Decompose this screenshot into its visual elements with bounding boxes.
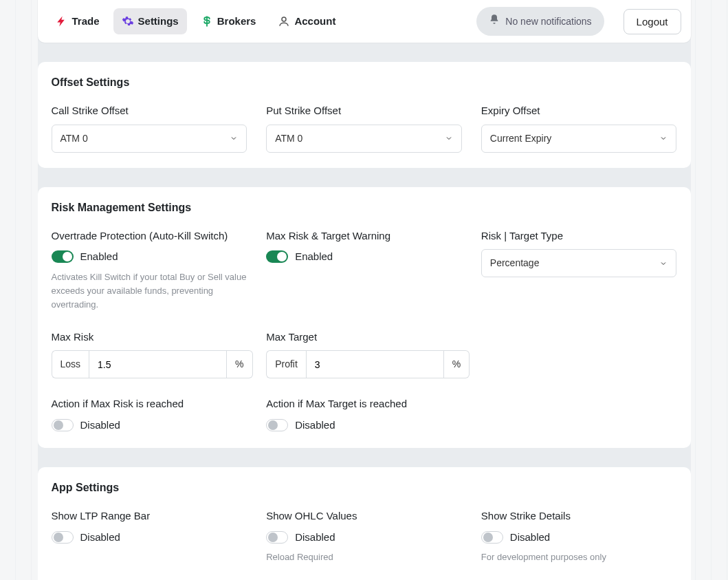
bell-icon	[489, 14, 500, 29]
call-strike-offset-field: Call Strike Offset ATM 0	[52, 103, 247, 153]
helper-text: Activates Kill Switch if your total Buy …	[52, 270, 247, 312]
app-settings-card: App Settings Show LTP Range Bar Disabled…	[38, 467, 691, 580]
card-title: App Settings	[52, 480, 677, 496]
strike-details-field: Show Strike Details Disabled For develop…	[481, 508, 677, 564]
action-risk-toggle[interactable]	[52, 419, 74, 431]
action-max-target-field: Action if Max Target is reached Disabled	[266, 396, 462, 433]
field-label: Risk | Target Type	[481, 228, 677, 244]
logout-button[interactable]: Logout	[624, 9, 681, 34]
toggle-state: Enabled	[295, 249, 333, 265]
max-target-input[interactable]	[306, 350, 444, 378]
navbar: Trade Settings Brokers Account No new	[38, 0, 691, 43]
max-risk-input[interactable]	[89, 350, 227, 378]
chevron-down-icon	[445, 134, 453, 142]
max-risk-field: Max Risk Loss %	[52, 330, 247, 379]
toggle-state: Disabled	[80, 418, 120, 433]
notifications-text: No new notifications	[505, 14, 591, 29]
nav-tab-brokers[interactable]: Brokers	[192, 8, 265, 35]
warning-toggle[interactable]	[266, 250, 288, 263]
expiry-offset-field: Expiry Offset Current Expiry	[481, 103, 677, 153]
input-suffix: %	[227, 350, 252, 378]
field-label: Overtrade Protection (Auto-Kill Switch)	[52, 228, 247, 244]
put-strike-offset-field: Put Strike Offset ATM 0	[266, 103, 462, 153]
offset-settings-card: Offset Settings Call Strike Offset ATM 0…	[38, 62, 691, 168]
max-target-field: Max Target Profit %	[266, 330, 462, 379]
helper-text: For development purposes only	[481, 550, 677, 564]
nav-tab-label: Brokers	[217, 14, 256, 30]
select-value: Percentage	[490, 256, 540, 270]
overtrade-protection-field: Overtrade Protection (Auto-Kill Switch) …	[52, 228, 247, 312]
action-target-toggle[interactable]	[266, 419, 288, 431]
chevron-down-icon	[230, 134, 238, 142]
risk-settings-card: Risk Management Settings Overtrade Prote…	[38, 187, 691, 449]
field-label: Max Risk & Target Warning	[266, 228, 462, 244]
card-title: Risk Management Settings	[52, 200, 677, 216]
toggle-state: Enabled	[80, 249, 118, 265]
ltp-range-bar-field: Show LTP Range Bar Disabled	[52, 508, 247, 564]
toggle-state: Disabled	[80, 530, 120, 546]
nav-tab-trade[interactable]: Trade	[47, 8, 108, 35]
chevron-down-icon	[659, 259, 668, 268]
field-label: Action if Max Risk is reached	[52, 396, 247, 412]
field-label: Show LTP Range Bar	[52, 508, 247, 524]
action-max-risk-field: Action if Max Risk is reached Disabled	[52, 396, 247, 433]
ohlc-values-field: Show OHLC Values Disabled Reload Require…	[266, 508, 462, 564]
risk-target-type-field: Risk | Target Type Percentage	[481, 228, 677, 312]
input-suffix: %	[444, 350, 470, 378]
select-value: ATM 0	[275, 131, 302, 146]
field-label: Action if Max Target is reached	[266, 396, 462, 412]
field-label: Show Strike Details	[481, 508, 677, 524]
nav-tab-settings[interactable]: Settings	[113, 8, 187, 35]
field-label: Expiry Offset	[481, 103, 677, 119]
nav-tab-label: Trade	[72, 14, 100, 30]
toggle-state: Disabled	[295, 418, 335, 433]
notifications-pill[interactable]: No new notifications	[476, 7, 604, 36]
field-label: Max Risk	[52, 330, 247, 345]
svg-point-0	[282, 17, 286, 21]
bolt-icon	[56, 15, 68, 28]
field-label: Max Target	[266, 330, 462, 345]
max-risk-target-warning-field: Max Risk & Target Warning Enabled	[266, 228, 462, 312]
ltp-toggle[interactable]	[52, 531, 74, 544]
call-strike-offset-select[interactable]: ATM 0	[52, 125, 247, 153]
put-strike-offset-select[interactable]: ATM 0	[266, 125, 462, 153]
select-value: Current Expiry	[490, 131, 551, 146]
toggle-state: Disabled	[295, 530, 335, 546]
ohlc-toggle[interactable]	[266, 531, 288, 544]
field-label: Put Strike Offset	[266, 103, 462, 119]
field-label: Call Strike Offset	[52, 103, 247, 119]
overtrade-toggle[interactable]	[52, 250, 74, 263]
strike-toggle[interactable]	[481, 531, 503, 544]
select-value: ATM 0	[60, 131, 88, 146]
field-label: Show OHLC Values	[266, 508, 462, 524]
dollar-icon	[201, 15, 213, 28]
nav-tab-label: Account	[294, 14, 335, 30]
risk-target-type-select[interactable]: Percentage	[481, 249, 677, 277]
expiry-offset-select[interactable]: Current Expiry	[481, 125, 677, 153]
input-prefix: Profit	[266, 350, 306, 378]
card-title: Offset Settings	[52, 74, 677, 91]
nav-tab-account[interactable]: Account	[269, 8, 344, 35]
gear-icon	[122, 15, 134, 28]
input-prefix: Loss	[52, 350, 89, 378]
user-icon	[278, 15, 290, 28]
chevron-down-icon	[659, 134, 668, 142]
nav-tab-label: Settings	[138, 14, 179, 30]
toggle-state: Disabled	[510, 530, 550, 546]
helper-text: Reload Required	[266, 550, 462, 564]
